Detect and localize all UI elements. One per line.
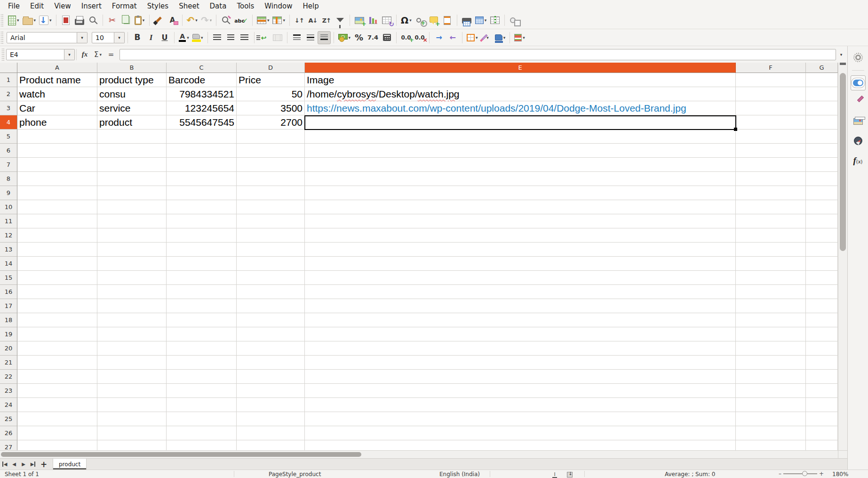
cell-D22[interactable] <box>237 370 305 384</box>
language-status[interactable]: English (India) <box>439 471 480 478</box>
cell-A20[interactable] <box>17 341 97 356</box>
cell-C25[interactable] <box>167 412 237 426</box>
borders-button[interactable]: ▾ <box>465 31 479 44</box>
menu-item-data[interactable]: Data <box>205 1 232 11</box>
cell-B11[interactable] <box>97 214 167 228</box>
cell-E11[interactable] <box>305 214 736 228</box>
cell-F8[interactable] <box>736 172 806 186</box>
cell-D24[interactable] <box>237 398 305 412</box>
cell-B9[interactable] <box>97 186 167 200</box>
cell-A21[interactable] <box>17 356 97 370</box>
cell-B20[interactable] <box>97 341 167 356</box>
sidebar-sidebar-settings-button[interactable] <box>851 50 866 65</box>
draw-functions-button[interactable] <box>508 14 521 27</box>
formula-bar-drag-handle[interactable] <box>1 48 5 61</box>
cell-A2[interactable]: watch <box>17 87 97 101</box>
font-name-combobox[interactable]: Arial <box>7 32 77 43</box>
first-sheet-button[interactable]: ◀ <box>0 459 9 470</box>
cell-B2[interactable]: consu <box>97 87 167 101</box>
equals-button[interactable]: = <box>105 49 117 61</box>
cell-F16[interactable] <box>736 285 806 299</box>
cell-D26[interactable] <box>237 426 305 440</box>
pivot-table-button[interactable] <box>380 14 393 27</box>
formula-input[interactable] <box>119 49 836 60</box>
cell-B1[interactable]: product type <box>97 73 167 87</box>
cell-A7[interactable] <box>17 158 97 172</box>
cell-A13[interactable] <box>17 243 97 257</box>
cell-D15[interactable] <box>237 271 305 285</box>
row-header-10[interactable]: 10 <box>0 200 17 214</box>
autofilter-button[interactable] <box>334 14 347 27</box>
row-header-6[interactable]: 6 <box>0 144 17 158</box>
add-sheet-button[interactable]: + <box>38 459 50 470</box>
column-header-F[interactable]: F <box>736 63 806 73</box>
insert-image-button[interactable] <box>353 14 366 27</box>
menu-item-tools[interactable]: Tools <box>231 1 259 11</box>
cell-C9[interactable] <box>167 186 237 200</box>
cell-C21[interactable] <box>167 356 237 370</box>
cell-G22[interactable] <box>806 370 838 384</box>
cell-G6[interactable] <box>806 144 838 158</box>
cell-G2[interactable] <box>806 87 838 101</box>
cell-D11[interactable] <box>237 214 305 228</box>
chevron-down-icon[interactable]: ▾ <box>114 32 125 43</box>
row-header-15[interactable]: 15 <box>0 271 17 285</box>
cell-F11[interactable] <box>736 214 806 228</box>
column-header-D[interactable]: D <box>237 63 305 73</box>
cell-E22[interactable] <box>305 370 736 384</box>
align-center-button[interactable] <box>224 31 238 44</box>
row-header-5[interactable]: 5 <box>0 130 17 144</box>
row-header-17[interactable]: 17 <box>0 299 17 313</box>
cell-A24[interactable] <box>17 398 97 412</box>
font-color-button[interactable]: A▾ <box>177 31 191 44</box>
column-header-A[interactable]: A <box>17 63 97 73</box>
cell-E4[interactable] <box>305 115 736 130</box>
find-replace-button[interactable] <box>219 14 232 27</box>
cell-D12[interactable] <box>237 228 305 243</box>
row-header-23[interactable]: 23 <box>0 384 17 398</box>
cell-B25[interactable] <box>97 412 167 426</box>
row-header-8[interactable]: 8 <box>0 172 17 186</box>
cell-C7[interactable] <box>167 158 237 172</box>
cell-D9[interactable] <box>237 186 305 200</box>
cell-E5[interactable] <box>305 130 736 144</box>
row-header-9[interactable]: 9 <box>0 186 17 200</box>
menu-item-edit[interactable]: Edit <box>25 1 49 11</box>
zoom-slider[interactable]: – + <box>779 470 824 477</box>
cell-C23[interactable] <box>167 384 237 398</box>
date-button[interactable] <box>380 31 393 44</box>
cell-F17[interactable] <box>736 299 806 313</box>
new-button[interactable]: ▾ <box>7 14 21 27</box>
sort-button[interactable]: ↓↑ <box>293 14 306 27</box>
zoom-out-button[interactable]: – <box>779 470 781 477</box>
cell-E26[interactable] <box>305 426 736 440</box>
cell-C15[interactable] <box>167 271 237 285</box>
menu-item-help[interactable]: Help <box>297 1 324 11</box>
cell-E27[interactable] <box>305 440 736 450</box>
cell-B8[interactable] <box>97 172 167 186</box>
cell-E1[interactable]: Image <box>305 73 736 87</box>
cell-D21[interactable] <box>237 356 305 370</box>
cell-A19[interactable] <box>17 327 97 341</box>
row-header-3[interactable]: 3 <box>0 101 17 115</box>
sum-button[interactable]: Σ▾ <box>92 49 104 61</box>
column-header-B[interactable]: B <box>97 63 167 73</box>
cell-B6[interactable] <box>97 144 167 158</box>
row-header-11[interactable]: 11 <box>0 214 17 228</box>
chevron-down-icon[interactable]: ▾ <box>64 49 75 60</box>
cell-F2[interactable] <box>736 87 806 101</box>
cell-C19[interactable] <box>167 327 237 341</box>
row-header-22[interactable]: 22 <box>0 370 17 384</box>
cell-F6[interactable] <box>736 144 806 158</box>
vertical-split-handle[interactable] <box>840 63 846 65</box>
copy-button[interactable] <box>119 14 133 27</box>
cell-B22[interactable] <box>97 370 167 384</box>
sidebar-gallery-button[interactable] <box>851 114 866 129</box>
select-all-corner[interactable] <box>0 63 17 73</box>
cut-button[interactable]: ✂ <box>106 14 119 27</box>
cell-F26[interactable] <box>736 426 806 440</box>
print-area-button[interactable] <box>460 14 473 27</box>
cell-B27[interactable] <box>97 440 167 450</box>
row-header-14[interactable]: 14 <box>0 257 17 271</box>
cell-D7[interactable] <box>237 158 305 172</box>
